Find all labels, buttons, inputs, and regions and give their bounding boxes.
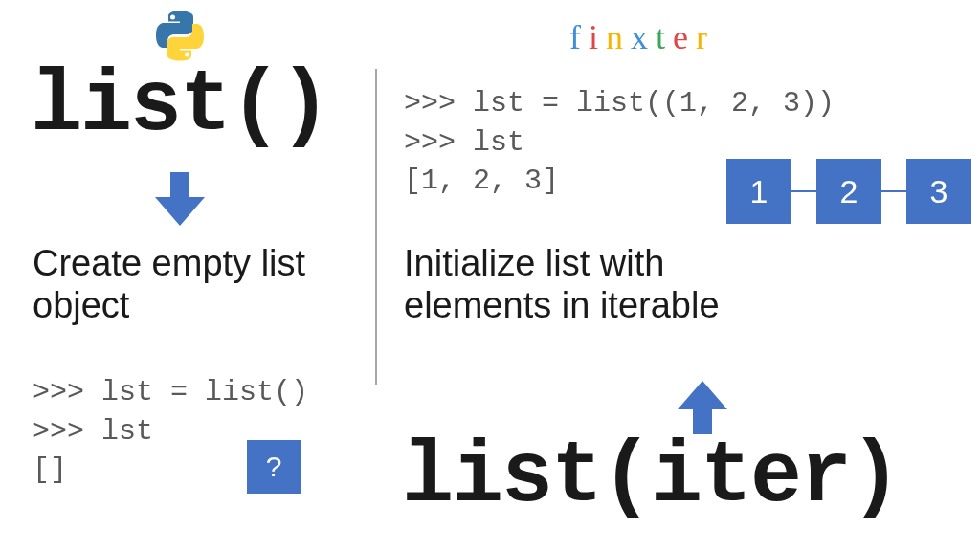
brand-letter: t [656, 17, 673, 57]
list-node: 2 [816, 159, 881, 224]
brand-letter: e [673, 17, 696, 57]
list-node: 1 [726, 159, 791, 224]
down-arrow-icon [151, 172, 209, 226]
brand-letter: r [696, 17, 715, 57]
finxter-brand: finxter [569, 17, 715, 57]
up-arrow-icon [674, 381, 731, 434]
brand-letter: i [589, 17, 606, 57]
brand-letter: f [569, 17, 589, 57]
linked-list-nodes: 1 2 3 [726, 159, 971, 224]
list-node: 3 [906, 159, 971, 224]
vertical-divider [375, 69, 377, 385]
node-link [791, 190, 816, 192]
left-description: Create empty list object [33, 243, 368, 326]
brand-letter: n [606, 17, 631, 57]
brand-letter: x [631, 17, 656, 57]
question-box: ? [247, 440, 301, 494]
right-title: list(iter) [402, 429, 900, 526]
left-title: list() [31, 57, 329, 155]
right-description: Initialize list with elements in iterabl… [404, 243, 806, 326]
node-link [881, 190, 906, 192]
python-logo-icon [151, 10, 209, 62]
